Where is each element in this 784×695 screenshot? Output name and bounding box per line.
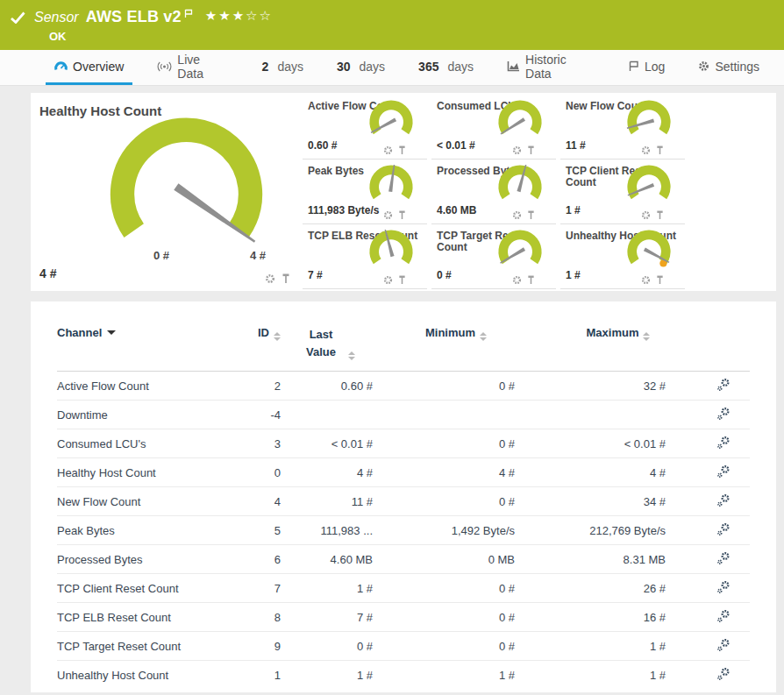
column-header-last-value[interactable]: Last Value (281, 314, 373, 372)
gauge-panel-processed-bytes: Processed Bytes 4.60 MB (431, 160, 556, 224)
channel-name: Processed Bytes (57, 545, 215, 574)
gear-icon[interactable] (383, 275, 393, 285)
tab-live-data[interactable]: Live Data (148, 50, 237, 85)
gear-icon[interactable] (512, 275, 522, 285)
channel-name: TCP ELB Reset Count (57, 603, 215, 632)
channel-minimum: 0 # (373, 372, 539, 401)
column-header-minimum[interactable]: Minimum (373, 314, 539, 372)
channel-maximum: 26 # (539, 574, 697, 603)
channel-last-value: 4.60 MB (281, 545, 373, 574)
channel-settings-icon[interactable] (716, 667, 731, 681)
channel-settings-icon[interactable] (716, 638, 731, 652)
channel-id: 0 (215, 458, 281, 487)
gauge-value: 4 # (39, 266, 56, 280)
channel-settings-icon[interactable] (716, 551, 731, 565)
gear-icon[interactable] (641, 210, 651, 220)
gear-icon[interactable] (641, 275, 651, 285)
gear-icon[interactable] (383, 145, 393, 155)
channel-name: Downtime (57, 401, 215, 429)
gear-icon[interactable] (512, 210, 522, 220)
channel-maximum: < 0.01 # (539, 429, 697, 458)
live-signal-icon (157, 61, 172, 72)
pin-icon[interactable] (282, 273, 290, 284)
column-header-maximum[interactable]: Maximum (539, 314, 697, 372)
pin-icon[interactable] (398, 210, 406, 220)
pin-icon[interactable] (656, 145, 664, 155)
channel-id: 1 (215, 661, 281, 690)
gear-icon[interactable] (512, 145, 522, 155)
sort-arrows-icon (274, 332, 281, 341)
channel-last-value: 1 # (281, 661, 373, 690)
channel-last-value: 11 # (281, 487, 373, 516)
channel-name: TCP Target Reset Count (57, 632, 215, 661)
channel-minimum: 0 # (373, 487, 539, 516)
channel-settings-icon[interactable] (716, 609, 731, 623)
tab-2-days[interactable]: 2 days (253, 50, 312, 85)
gauge-min-label: 0 # (153, 249, 169, 262)
table-header-row: Channel ID Last Value Minimum Maximum (57, 314, 750, 372)
tab-log[interactable]: Log (619, 50, 674, 85)
channel-maximum: 1 # (539, 632, 697, 661)
channel-name: Healthy Host Count (57, 458, 215, 487)
channel-settings-icon[interactable] (716, 436, 731, 450)
sensor-status-header: Sensor AWS ELB v2 ★★★☆☆ OK (0, 0, 784, 50)
tab-settings[interactable]: Settings (689, 50, 768, 85)
gauge-chart (624, 230, 674, 277)
tab-30-days[interactable]: 30 days (328, 50, 394, 85)
tab-label-unit: days (360, 60, 386, 74)
priority-stars[interactable]: ★★★☆☆ (205, 8, 273, 24)
pin-icon[interactable] (656, 210, 664, 220)
tab-overview[interactable]: Overview (46, 50, 132, 85)
channel-id: 6 (215, 545, 281, 574)
gauge-panel-consumed-lcus: Consumed LCU's < 0.01 # (431, 95, 556, 160)
channel-minimum: 4 # (373, 458, 539, 487)
table-row: Processed Bytes 6 4.60 MB 0 MB 8.31 MB (57, 545, 750, 574)
small-gauges-grid: Active Flow Count 0.60 # Consumed LCU's (303, 95, 685, 289)
channel-settings-icon[interactable] (716, 378, 731, 392)
gauge-value: 1 # (566, 269, 581, 281)
sort-arrows-icon (480, 332, 487, 341)
channel-minimum: 0 # (373, 574, 539, 603)
channel-minimum: 0 # (373, 429, 539, 458)
tab-label: Live Data (177, 53, 228, 81)
status-badge: OK (49, 30, 67, 43)
gauge-chart (495, 230, 545, 277)
pin-icon[interactable] (656, 275, 664, 285)
tab-historic-data[interactable]: Historic Data (498, 50, 603, 85)
column-header-id[interactable]: ID (215, 314, 281, 372)
tab-label: Historic Data (525, 53, 595, 81)
table-row: Healthy Host Count 0 4 # 4 # 4 # (57, 458, 750, 487)
channel-settings-icon[interactable] (716, 465, 731, 479)
gauge-panel-healthy-host-count: Healthy Host Count 0 # 4 # 4 # (31, 93, 301, 291)
gear-icon[interactable] (641, 145, 651, 155)
tab-label: 2 (262, 60, 269, 74)
channel-last-value: 7 # (281, 603, 373, 632)
column-header-channel[interactable]: Channel (57, 314, 215, 372)
gauge-chart (495, 100, 545, 147)
gauge-value: 0.60 # (308, 139, 337, 152)
historic-chart-icon (507, 60, 520, 72)
pin-icon[interactable] (398, 145, 406, 155)
table-row: Downtime -4 (57, 401, 750, 429)
pin-icon[interactable] (398, 275, 406, 285)
gauge-panel-active-flow-count: Active Flow Count 0.60 # (303, 95, 427, 160)
gauge-panel-new-flow-count: New Flow Count 11 # (560, 95, 685, 160)
pin-icon[interactable] (527, 210, 535, 220)
gauge-value: 11 # (566, 139, 586, 152)
channel-settings-icon[interactable] (716, 493, 731, 507)
channel-settings-icon[interactable] (716, 580, 731, 594)
pin-icon[interactable] (527, 275, 535, 285)
gear-icon[interactable] (265, 273, 275, 284)
channel-last-value: < 0.01 # (281, 429, 373, 458)
channel-settings-icon[interactable] (716, 407, 731, 421)
table-row: TCP ELB Reset Count 8 7 # 0 # 16 # (57, 603, 750, 632)
channel-table-card: Channel ID Last Value Minimum Maximum (31, 301, 776, 692)
priority-flag-icon[interactable] (184, 9, 193, 18)
pin-icon[interactable] (527, 145, 535, 155)
channel-last-value: 0 # (281, 632, 373, 661)
gear-icon[interactable] (383, 210, 393, 220)
tab-365-days[interactable]: 365 days (410, 50, 482, 85)
channel-settings-icon[interactable] (716, 522, 731, 536)
tab-label: 30 (337, 60, 351, 74)
tab-bar: Overview Live Data 2 days 30 days 365 da… (0, 50, 784, 86)
